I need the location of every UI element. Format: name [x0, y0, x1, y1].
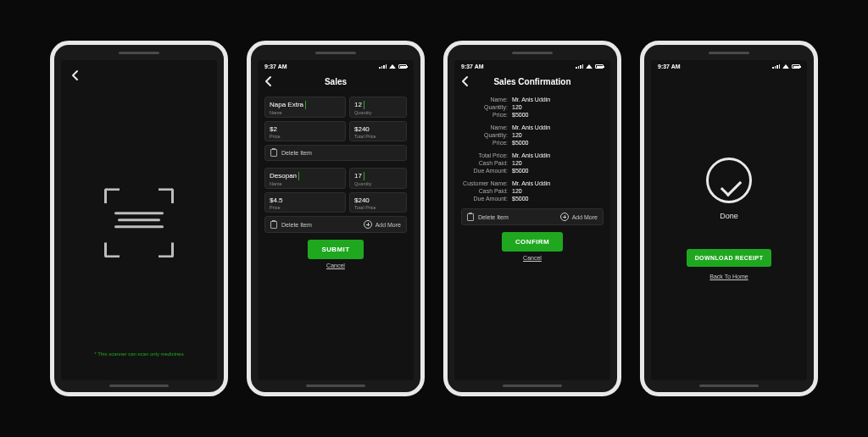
device-speaker [512, 52, 553, 54]
row-label: Due Amount: [461, 196, 512, 202]
confirmation-body: Name:Mr. Anis Uddin Quantity:120 Price:$… [454, 91, 610, 380]
price-field[interactable]: $2 Price [264, 121, 346, 142]
status-bar: 9:37 AM [651, 60, 807, 71]
row-label: Quantity: [461, 132, 512, 138]
scan-corner [104, 188, 120, 203]
field-label: Name [270, 110, 341, 115]
add-more-button[interactable]: Add More [560, 213, 598, 221]
phone-confirmation: 9:37 AM Sales Confirmation Name:Mr. Anis… [443, 41, 621, 396]
field-value: $4.5 [270, 196, 285, 205]
name-field[interactable]: Napa Extra Name [264, 97, 346, 118]
page-title: Sales Confirmation [493, 77, 570, 86]
chevron-left-icon [263, 75, 275, 87]
status-bar: 9:37 AM [258, 60, 414, 71]
summary-row: Name:Mr. Anis Uddin [461, 124, 604, 130]
status-bar: 9:37 AM [454, 60, 610, 71]
row-label: Customer Name: [461, 180, 512, 186]
scan-frame[interactable] [104, 188, 174, 257]
chevron-left-icon [459, 75, 471, 87]
summary-row: Cash Paid:120 [461, 160, 604, 166]
status-time: 9:37 AM [658, 64, 681, 69]
row-value: $5000 [512, 196, 528, 202]
delete-label: Delete Item [281, 222, 312, 228]
screen-done: 9:37 AM Done DOWNLOAD RECEIPT Back To Ho… [651, 60, 807, 380]
row-value: Mr. Anis Uddin [512, 124, 550, 130]
item-row: $4.5 Price $240 Total Price [264, 192, 407, 213]
summary-row: Price:$5000 [461, 140, 604, 146]
field-value: $240 [354, 196, 371, 205]
battery-icon [792, 64, 800, 69]
device-speaker [709, 52, 749, 54]
trash-icon [270, 221, 277, 229]
trash-icon [270, 149, 277, 157]
field-label: Quantity [354, 181, 402, 186]
qty-field[interactable]: 17 Quantity [349, 168, 407, 189]
back-to-home-link[interactable]: Back To Home [651, 274, 807, 279]
back-button[interactable] [70, 69, 81, 81]
summary-row: Due Amount:$5000 [461, 196, 604, 202]
summary-row: Quantity:120 [461, 104, 604, 110]
screen-scanner: * This scanner can scan only medicines [61, 60, 217, 380]
status-icons [772, 64, 800, 69]
done-indicator: Done [706, 158, 752, 220]
submit-button[interactable]: SUBMIT [308, 240, 363, 259]
summary-row: Price:$5000 [461, 112, 604, 118]
status-time: 9:37 AM [461, 64, 484, 69]
field-label: Total Price [354, 134, 402, 139]
cancel-link[interactable]: Cancel [264, 263, 407, 268]
price-field[interactable]: $4.5 Price [264, 192, 346, 213]
row-value: 120 [512, 188, 522, 194]
done-label: Done [706, 212, 752, 220]
field-value: 12 [354, 101, 364, 109]
screen-confirmation: 9:37 AM Sales Confirmation Name:Mr. Anis… [454, 60, 610, 380]
summary-row: Name:Mr. Anis Uddin [461, 97, 604, 102]
field-label: Price [270, 134, 341, 139]
header: Sales Confirmation [454, 71, 610, 91]
back-button[interactable] [459, 75, 471, 87]
battery-icon [595, 64, 604, 69]
field-value: $2 [270, 125, 279, 134]
delete-item-button[interactable]: Delete Item [270, 221, 312, 229]
signal-icon [576, 64, 583, 69]
total-field: $240 Total Price [349, 192, 407, 213]
row-value: 120 [512, 104, 522, 110]
delete-item-button[interactable]: Delete Item [270, 149, 312, 157]
wifi-icon [389, 64, 396, 69]
field-label: Total Price [354, 205, 402, 210]
field-label: Name [270, 181, 341, 186]
device-homebar [109, 384, 169, 387]
item-actions: Delete Item [264, 145, 407, 161]
status-time: 9:37 AM [264, 64, 287, 69]
name-field[interactable]: Desopan Name [264, 168, 346, 189]
delete-label: Delete Item [281, 150, 312, 156]
field-value: $240 [354, 125, 371, 134]
download-receipt-button[interactable]: DOWNLOAD RECEIPT [687, 249, 772, 267]
phone-sales: 9:37 AM Sales Napa Extra Name 12 Qu [247, 41, 425, 396]
device-homebar [306, 384, 365, 387]
phone-scanner: * This scanner can scan only medicines [50, 41, 228, 396]
field-label: Quantity [354, 110, 402, 115]
delete-label: Delete Item [478, 214, 509, 220]
add-more-button[interactable]: Add More [364, 220, 401, 229]
add-more-label: Add More [572, 214, 598, 220]
row-label: Cash Paid: [461, 188, 512, 194]
delete-item-button[interactable]: Delete Item [467, 213, 509, 221]
field-value: Desopan [270, 172, 299, 180]
summary-row: Total Price:Mr. Anis Uddin [461, 152, 604, 158]
device-speaker [315, 52, 356, 54]
row-value: Mr. Anis Uddin [512, 180, 550, 186]
signal-icon [379, 64, 387, 69]
cancel-link[interactable]: Cancel [461, 255, 604, 261]
field-label: Price [270, 205, 341, 210]
header: Sales [258, 71, 414, 91]
row-label: Name: [461, 97, 512, 102]
row-value: Mr. Anis Uddin [512, 152, 550, 158]
item-row: Napa Extra Name 12 Quantity [264, 97, 407, 118]
summary-row: Cash Paid:120 [461, 188, 604, 194]
status-icons [576, 64, 604, 69]
item-actions: Delete Item Add More [264, 216, 407, 233]
qty-field[interactable]: 12 Quantity [349, 97, 407, 118]
confirm-button[interactable]: CONFIRM [502, 232, 563, 252]
scan-corner [104, 242, 120, 257]
back-button[interactable] [263, 75, 275, 87]
